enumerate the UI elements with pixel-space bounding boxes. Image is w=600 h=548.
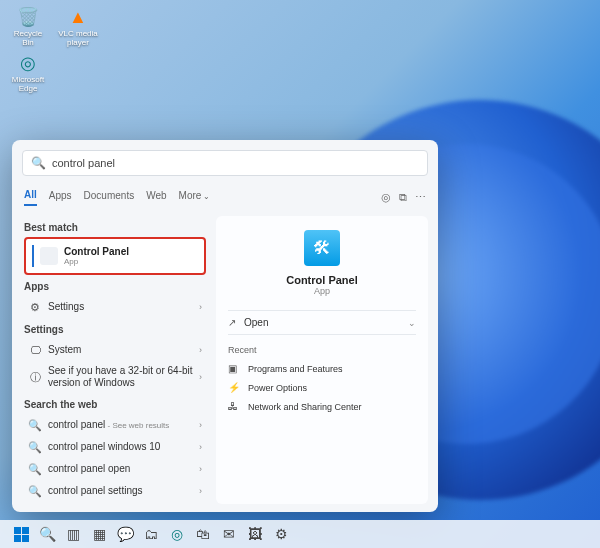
- web-result[interactable]: 🔍 control panel settings ›: [24, 480, 206, 502]
- recent-network-sharing[interactable]: 🖧 Network and Sharing Center: [228, 397, 416, 416]
- edge-taskbar[interactable]: ◎: [168, 525, 186, 543]
- recent-programs-and-features[interactable]: ▣ Programs and Features: [228, 359, 416, 378]
- search-icon: 🔍: [28, 418, 42, 432]
- info-icon: ⓘ: [28, 370, 42, 384]
- vlc[interactable]: ▲ VLC media player: [58, 6, 98, 48]
- result-label: See if you have a 32-bit or 64-bit versi…: [48, 365, 199, 389]
- taskbar: 🔍 ▥ ▦ 💬 🗂 ◎ 🛍 ✉ 🖼 ⚙: [0, 520, 600, 548]
- start-button[interactable]: [12, 525, 30, 543]
- web-result[interactable]: 🔍 control panel windows 10 ›: [24, 436, 206, 458]
- more-icon[interactable]: ⋯: [415, 191, 426, 204]
- result-settings[interactable]: ⚙ Settings ›: [24, 296, 206, 318]
- monitor-icon: 🖵: [28, 343, 42, 357]
- photos[interactable]: 🖼: [246, 525, 264, 543]
- detail-sub: App: [314, 286, 330, 296]
- task-view[interactable]: ▥: [64, 525, 82, 543]
- open-label: Open: [244, 317, 408, 328]
- settings-heading: Settings: [24, 324, 206, 335]
- search-bar[interactable]: 🔍: [22, 150, 428, 176]
- chevron-down-icon: ⌄: [203, 192, 210, 201]
- recent-label: Programs and Features: [248, 364, 343, 374]
- apps-heading: Apps: [24, 281, 206, 292]
- result-label: control panel windows 10: [48, 441, 199, 453]
- recycle-bin-icon: 🗑️: [17, 6, 39, 28]
- result-label: control panel - See web results: [48, 419, 199, 431]
- best-match-title: Control Panel: [64, 246, 129, 257]
- edge-label: Microsoft Edge: [8, 76, 48, 94]
- chat[interactable]: 💬: [116, 525, 134, 543]
- control-panel-icon: [40, 247, 58, 265]
- recycle-bin-label: Recycle Bin: [8, 30, 48, 48]
- search-panel: 🔍 All Apps Documents Web More⌄ ◎ ⧉ ⋯ Bes…: [12, 140, 438, 512]
- open-button[interactable]: ↗ Open ⌄: [228, 310, 416, 335]
- chevron-down-icon: ⌄: [408, 318, 416, 328]
- tab-documents[interactable]: Documents: [84, 190, 135, 205]
- mail[interactable]: ✉: [220, 525, 238, 543]
- search-input[interactable]: [52, 157, 419, 169]
- result-label: control panel open: [48, 463, 199, 475]
- settings-taskbar[interactable]: ⚙: [272, 525, 290, 543]
- result-label: System: [48, 344, 199, 356]
- tabs-row: All Apps Documents Web More⌄ ◎ ⧉ ⋯: [24, 186, 426, 208]
- store[interactable]: 🛍: [194, 525, 212, 543]
- recent-label: Network and Sharing Center: [248, 402, 362, 412]
- taskbar-search[interactable]: 🔍: [38, 525, 56, 543]
- chevron-right-icon: ›: [199, 486, 202, 496]
- power-icon: ⚡: [228, 382, 240, 393]
- recent-power-options[interactable]: ⚡ Power Options: [228, 378, 416, 397]
- control-panel-large-icon: 🛠: [304, 230, 340, 266]
- edge-icon: ◎: [17, 52, 39, 74]
- windows-logo-icon: [14, 527, 29, 542]
- detail-card: 🛠 Control Panel App ↗ Open ⌄ Recent ▣ Pr…: [216, 216, 428, 504]
- recycle-bin[interactable]: 🗑️ Recycle Bin: [8, 6, 48, 48]
- microsoft-edge[interactable]: ◎ Microsoft Edge: [8, 52, 48, 94]
- rewards-icon[interactable]: ◎: [381, 191, 391, 204]
- result-label: Settings: [48, 301, 199, 313]
- gear-icon: ⚙: [28, 300, 42, 314]
- tab-web[interactable]: Web: [146, 190, 166, 205]
- vlc-icon: ▲: [67, 6, 89, 28]
- search-icon: 🔍: [28, 440, 42, 454]
- web-heading: Search the web: [24, 399, 206, 410]
- recent-label: Power Options: [248, 383, 307, 393]
- network-icon: 🖧: [228, 401, 240, 412]
- desktop-icons: 🗑️ Recycle Bin ▲ VLC media player: [8, 6, 98, 48]
- programs-icon: ▣: [228, 363, 240, 374]
- search-icon: 🔍: [28, 462, 42, 476]
- result-32-64-bit[interactable]: ⓘ See if you have a 32-bit or 64-bit ver…: [24, 361, 206, 393]
- results-column: Best match Control Panel App Apps ⚙ Sett…: [12, 208, 212, 512]
- tab-apps[interactable]: Apps: [49, 190, 72, 205]
- chevron-right-icon: ›: [199, 345, 202, 355]
- detail-title: Control Panel: [286, 274, 358, 286]
- file-explorer[interactable]: 🗂: [142, 525, 160, 543]
- chevron-right-icon: ›: [199, 442, 202, 452]
- result-system[interactable]: 🖵 System ›: [24, 339, 206, 361]
- best-match-sub: App: [64, 257, 129, 266]
- widgets[interactable]: ▦: [90, 525, 108, 543]
- tab-all[interactable]: All: [24, 189, 37, 206]
- open-icon: ↗: [228, 317, 236, 328]
- selection-indicator: [32, 245, 34, 267]
- filter-icon[interactable]: ⧉: [399, 191, 407, 204]
- best-match-control-panel[interactable]: Control Panel App: [24, 237, 206, 275]
- tab-more[interactable]: More⌄: [179, 190, 211, 205]
- chevron-right-icon: ›: [199, 372, 202, 382]
- result-label: control panel settings: [48, 485, 199, 497]
- recent-heading: Recent: [228, 345, 416, 355]
- chevron-right-icon: ›: [199, 302, 202, 312]
- search-icon: 🔍: [28, 484, 42, 498]
- chevron-right-icon: ›: [199, 420, 202, 430]
- detail-column: 🛠 Control Panel App ↗ Open ⌄ Recent ▣ Pr…: [212, 208, 438, 512]
- vlc-label: VLC media player: [58, 30, 98, 48]
- chevron-right-icon: ›: [199, 464, 202, 474]
- web-result[interactable]: 🔍 control panel - See web results ›: [24, 414, 206, 436]
- web-result[interactable]: 🔍 control panel open ›: [24, 458, 206, 480]
- search-icon: 🔍: [31, 156, 46, 170]
- best-match-heading: Best match: [24, 222, 206, 233]
